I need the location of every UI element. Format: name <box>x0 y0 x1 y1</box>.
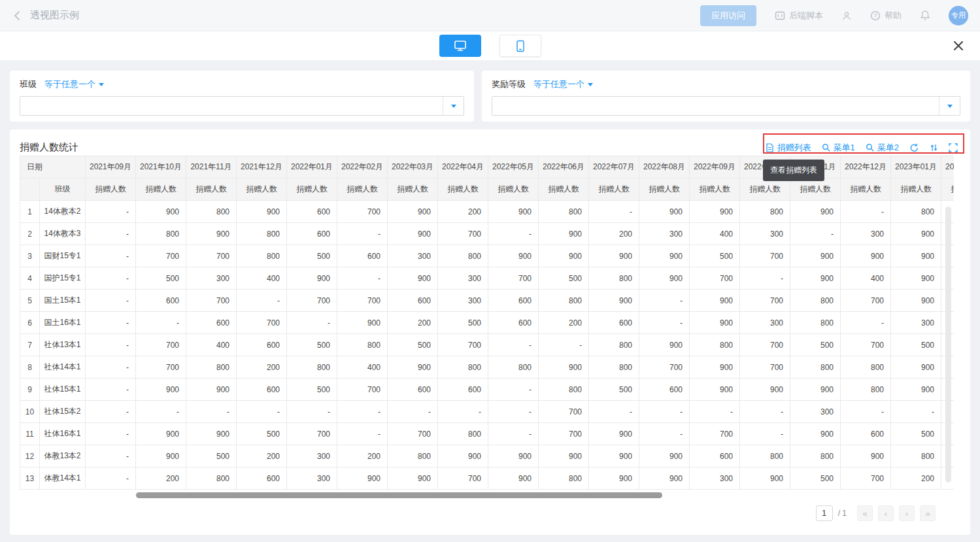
value-cell: 900 <box>589 423 639 445</box>
value-cell: 700 <box>488 267 539 290</box>
value-cell: - <box>287 401 337 423</box>
filter-class-select[interactable] <box>20 96 464 116</box>
class-header: 班级 <box>40 178 86 201</box>
avatar[interactable]: 专用 <box>949 6 968 25</box>
value-cell: 800 <box>589 356 639 379</box>
value-cell: - <box>841 312 891 334</box>
value-cell: - <box>86 445 136 467</box>
value-cell: - <box>639 290 690 312</box>
value-cell: 700 <box>287 423 337 445</box>
value-cell: 900 <box>237 201 287 223</box>
class-name-cell: 社体13本1 <box>40 334 86 356</box>
value-cell: 300 <box>740 312 790 334</box>
value-cell: 900 <box>388 356 438 379</box>
value-cell: 800 <box>891 445 941 467</box>
value-cell: 800 <box>186 467 237 490</box>
row-index-cell: 8 <box>20 356 40 379</box>
value-cell: 500 <box>790 467 841 490</box>
value-cell: 300 <box>438 290 488 312</box>
filter-card-class: 班级 等于任意一个 <box>10 71 474 122</box>
value-cell: - <box>790 223 841 245</box>
value-cell: 300 <box>287 445 337 467</box>
value-cell: 800 <box>690 334 740 356</box>
value-cell: 900 <box>388 267 438 290</box>
value-cell: - <box>589 201 639 223</box>
value-cell: 500 <box>589 379 639 401</box>
value-cell: 300 <box>388 245 438 267</box>
desktop-preview-button[interactable] <box>439 35 481 57</box>
value-cell: 700 <box>337 201 388 223</box>
chevron-down-icon <box>588 83 593 86</box>
first-page-button[interactable]: « <box>857 505 873 521</box>
value-cell: 900 <box>488 467 539 490</box>
month-header: 2022年07月 <box>589 156 639 178</box>
table-row: 3国财15专1-70070080050060030080090090090090… <box>20 245 955 267</box>
value-cell: - <box>337 401 388 423</box>
table-row: 10社体15本2---------700----300-- <box>20 401 955 423</box>
value-cell: 900 <box>539 245 589 267</box>
value-cell: 300 <box>186 267 237 290</box>
filter-reward-operator[interactable]: 等于任意一个 <box>533 78 593 90</box>
table-row: 114体教本2-900800900600700900200900800-9009… <box>20 201 955 223</box>
value-cell: 300 <box>891 312 941 334</box>
mobile-preview-button[interactable] <box>499 35 541 57</box>
prev-page-button[interactable]: ‹ <box>878 505 894 521</box>
back-button[interactable] <box>12 10 24 22</box>
filter-class-operator[interactable]: 等于任意一个 <box>44 78 104 90</box>
sort-button[interactable] <box>930 143 938 152</box>
notification-button[interactable] <box>920 10 930 21</box>
menu2-button[interactable]: 菜单2 <box>866 142 899 154</box>
backend-script-button[interactable]: 后端脚本 <box>775 10 823 22</box>
table-row: 4国护15专1-500300400900-9003007005008009007… <box>20 267 955 290</box>
value-cell: 900 <box>740 379 790 401</box>
close-button[interactable] <box>953 40 964 52</box>
help-button[interactable]: ? 帮助 <box>870 10 902 22</box>
fullscreen-button[interactable] <box>949 143 958 152</box>
pivot-table-wrapper[interactable]: 日期 2021年09月2021年10月2021年11月2021年12月2022年… <box>20 156 954 490</box>
menu1-button[interactable]: 菜单1 <box>822 142 855 154</box>
value-cell: 300 <box>690 467 740 490</box>
pivot-toolbar: 捐赠列表 菜单1 菜单2 <box>766 142 960 154</box>
value-cell: 900 <box>790 267 841 290</box>
user-button[interactable] <box>841 10 852 21</box>
table-row: 7社体13本1-700400600500800500700--800900800… <box>20 334 955 356</box>
value-cell: - <box>136 401 186 423</box>
donation-list-button[interactable]: 捐赠列表 <box>766 142 811 154</box>
value-cell: 200 <box>388 312 438 334</box>
month-header: 2021年12月 <box>237 156 287 178</box>
value-cell: 700 <box>337 379 388 401</box>
value-cell: 900 <box>841 445 891 467</box>
class-name-cell: 社体15本1 <box>40 379 86 401</box>
table-row: 13体教14本1-2008006003009009007009008009009… <box>20 467 955 490</box>
measure-header: 捐赠人数 <box>790 178 841 201</box>
value-cell: - <box>488 401 539 423</box>
app-access-button[interactable]: 应用访问 <box>700 5 756 26</box>
value-cell: 500 <box>891 423 941 445</box>
horizontal-scrollbar-thumb[interactable] <box>136 492 662 498</box>
value-cell: 900 <box>841 245 891 267</box>
next-page-button[interactable]: › <box>899 505 915 521</box>
month-header: 2021年11月 <box>186 156 237 178</box>
class-name-cell: 国护15专1 <box>40 267 86 290</box>
value-cell: 900 <box>891 245 941 267</box>
value-cell: 200 <box>337 445 388 467</box>
current-page-box[interactable]: 1 <box>816 505 833 521</box>
value-cell: 900 <box>891 379 941 401</box>
measure-header: 捐赠人数 <box>186 178 237 201</box>
value-cell: 900 <box>136 423 186 445</box>
value-cell: 800 <box>539 379 589 401</box>
value-cell: - <box>388 401 438 423</box>
value-cell: 700 <box>438 223 488 245</box>
last-page-button[interactable]: » <box>920 505 936 521</box>
refresh-button[interactable] <box>909 143 919 152</box>
filter-reward-select[interactable] <box>492 96 960 116</box>
value-cell: 900 <box>539 356 589 379</box>
value-cell: 900 <box>639 334 690 356</box>
month-header: 2021年10月 <box>136 156 186 178</box>
value-cell: 800 <box>539 201 589 223</box>
vertical-scrollbar-thumb[interactable] <box>945 207 951 483</box>
value-cell: - <box>639 423 690 445</box>
measure-header: 捐赠人数 <box>287 178 337 201</box>
value-cell: 400 <box>186 334 237 356</box>
value-cell: 900 <box>136 379 186 401</box>
